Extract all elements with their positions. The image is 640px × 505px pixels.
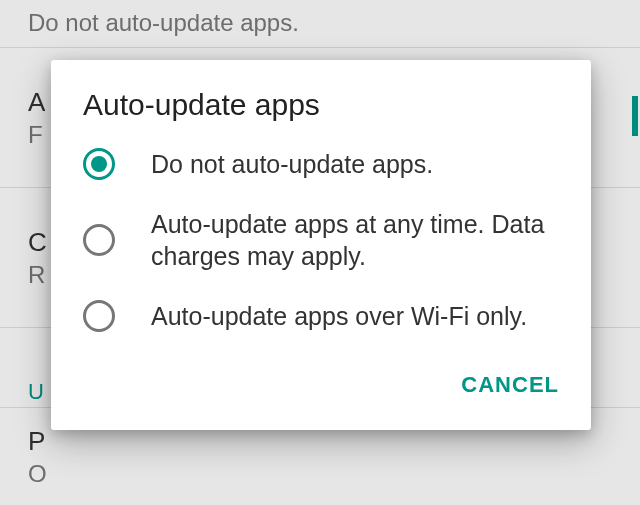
dialog-actions: CANCEL	[51, 346, 591, 430]
radio-unselected-icon	[83, 300, 115, 332]
dialog-options: Do not auto-update apps. Auto-update app…	[51, 134, 591, 346]
radio-unselected-icon	[83, 224, 115, 256]
option-label: Auto-update apps at any time. Data charg…	[151, 208, 559, 272]
option-label: Auto-update apps over Wi-Fi only.	[151, 300, 527, 332]
dialog-title: Auto-update apps	[51, 88, 591, 134]
option-do-not-auto-update[interactable]: Do not auto-update apps.	[71, 134, 571, 194]
auto-update-dialog: Auto-update apps Do not auto-update apps…	[51, 60, 591, 430]
cancel-button[interactable]: CANCEL	[451, 364, 569, 406]
option-auto-update-wifi-only[interactable]: Auto-update apps over Wi-Fi only.	[71, 286, 571, 346]
option-auto-update-any-time[interactable]: Auto-update apps at any time. Data charg…	[71, 194, 571, 286]
option-label: Do not auto-update apps.	[151, 148, 433, 180]
radio-selected-icon	[83, 148, 115, 180]
